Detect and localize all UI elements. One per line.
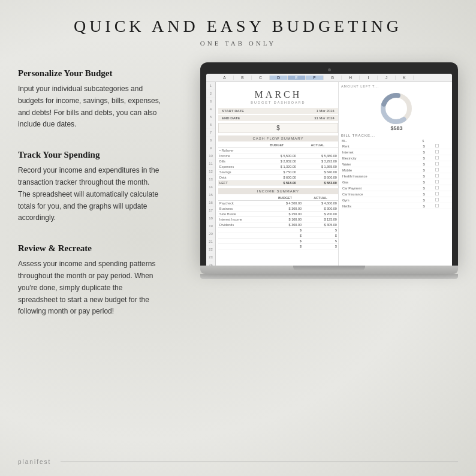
spreadsheet: A B C D E F G H I J K: [206, 74, 452, 266]
page: QUICK AND EASY BUDGETING ONE TAB ONLY Pe…: [0, 0, 476, 476]
table-row: $$: [218, 244, 338, 249]
bill-table-row: Netflix$: [341, 203, 452, 209]
col-f: F: [306, 76, 324, 80]
main-content: Personalize Your Budget Input your indiv…: [0, 50, 476, 337]
table-row: $$: [218, 239, 338, 244]
end-date-value: 31 Mar 2024: [314, 116, 335, 120]
sheet-content: 1 2 3 4 5 6 7 8 9 10: [206, 82, 452, 266]
bill-table-row: Car Payment$: [341, 185, 452, 191]
table-row: $$: [218, 233, 338, 239]
start-date-label: START DATE: [222, 109, 244, 113]
laptop-notch: [293, 266, 365, 270]
laptop-base: [200, 266, 458, 274]
row-numbers: 1 2 3 4 5 6 7 8 9 10: [206, 82, 216, 266]
col-g: G: [324, 76, 342, 80]
col-b: B: [234, 76, 252, 80]
col-c: C: [252, 76, 270, 80]
dashboard-right: AMOUNT LEFT T...: [339, 82, 452, 266]
table-row: LEFT$ 518.00$ 583.00: [218, 180, 338, 186]
dashboard-left: MARCH BUDGET DASHBOARD START DATE 1 Mar …: [216, 82, 339, 266]
bill-table-row: Gym$: [341, 197, 452, 203]
laptop-bezel: A B C D E F G H I J K: [200, 62, 458, 266]
income-section: INCOME SUMMARY BUDGET ACTUAL: [218, 188, 338, 249]
bill-table-row: Water$: [341, 161, 452, 167]
budget-dashboard: MARCH BUDGET DASHBOARD START DATE 1 Mar …: [216, 82, 452, 266]
feature-title-track: Track Your Spending: [18, 150, 162, 160]
footer-divider: [61, 462, 458, 462]
spreadsheet-month-title: MARCH: [218, 89, 338, 100]
spreadsheet-subtitle: BUDGET DASHBOARD: [218, 101, 338, 104]
feature-track: Track Your Spending Record your income a…: [18, 150, 162, 224]
laptop-container: A B C D E F G H I J K: [168, 62, 458, 337]
dollar-row: $: [218, 123, 338, 133]
end-date-label: END DATE: [222, 116, 240, 120]
laptop-stand: [200, 274, 458, 279]
header: QUICK AND EASY BUDGETING ONE TAB ONLY: [74, 17, 402, 47]
col-d: D: [270, 76, 288, 80]
bill-tracker-header: BILL TRACKE...: [341, 134, 452, 137]
table-row: $$: [218, 228, 338, 233]
bill-table: BI... $ Rent$Internet$Electricity$Water$…: [341, 138, 452, 209]
table-row: Expenses$ 1,320.00$ 1,365.00: [218, 164, 338, 170]
table-row: • Rollover: [218, 148, 338, 153]
amount-left-label: AMOUNT LEFT T...: [341, 85, 452, 88]
col-h: H: [342, 76, 360, 80]
bill-table-row: Health Insurance$: [341, 173, 452, 179]
col-headers: A B C D E F G H I J K: [206, 74, 452, 82]
donut-chart: [378, 91, 414, 126]
table-row: Interest Income$ 100.00$ 125.00: [218, 217, 338, 222]
bill-table-row: Electricity$: [341, 155, 452, 161]
col-a: A: [216, 76, 234, 80]
end-date-row: END DATE 31 Mar 2024: [218, 115, 338, 121]
laptop: A B C D E F G H I J K: [200, 62, 458, 279]
col-k: K: [396, 76, 414, 80]
table-row: Income$ 5,500.00$ 5,480.00: [218, 153, 338, 159]
table-row: Debt$ 600.00$ 600.00: [218, 175, 338, 180]
brand-name: planifest: [18, 459, 51, 465]
feature-text-track: Record your income and expenditures in t…: [18, 165, 162, 224]
bill-table-row: Mobile$: [341, 167, 452, 173]
col-e: E: [288, 76, 306, 80]
main-sheet-area: MARCH BUDGET DASHBOARD START DATE 1 Mar …: [216, 82, 452, 266]
bill-table-row: Gas$: [341, 179, 452, 185]
feature-title-review: Review & Recreate: [18, 243, 162, 254]
start-date-value: 1 Mar 2024: [317, 109, 335, 113]
feature-text-personalize: Input your individual subcategories and …: [18, 83, 162, 131]
bill-table-row: Internet$: [341, 149, 452, 155]
feature-review: Review & Recreate Assess your income and…: [18, 243, 162, 318]
col-i: I: [360, 76, 378, 80]
table-row: Bills$ 2,832.00$ 3,292.00: [218, 159, 338, 164]
laptop-camera: [328, 68, 331, 71]
feature-personalize: Personalize Your Budget Input your indiv…: [18, 68, 162, 131]
feature-text-review: Assess your income and spending patterns…: [18, 258, 162, 318]
bill-table-row: Rent$: [341, 143, 452, 149]
main-title: QUICK AND EASY BUDGETING: [74, 17, 402, 36]
laptop-screen: A B C D E F G H I J K: [206, 74, 452, 266]
cashflow-section-header: CASH FLOW SUMMARY: [218, 135, 338, 141]
table-row: Paycheck$ 4,500.00$ 4,600.00: [218, 201, 338, 206]
footer: planifest: [18, 459, 458, 465]
table-row: Business$ 300.00$ 300.00: [218, 206, 338, 212]
sub-title: ONE TAB ONLY: [74, 40, 402, 47]
feature-title-personalize: Personalize Your Budget: [18, 68, 162, 79]
income-table: BUDGET ACTUAL Paycheck$ 4,500.00$ 4,600.…: [218, 195, 338, 249]
table-row: Savings$ 750.00$ 640.00: [218, 170, 338, 175]
table-row: Dividends$ 300.00$ 305.00: [218, 222, 338, 228]
donut-svg: [378, 91, 414, 126]
start-date-row: START DATE 1 Mar 2024: [218, 108, 338, 114]
left-panel: Personalize Your Budget Input your indiv…: [18, 62, 162, 337]
col-j: J: [378, 76, 396, 80]
income-section-header: INCOME SUMMARY: [218, 188, 338, 194]
table-row: Side Hustle$ 250.00$ 200.00: [218, 212, 338, 217]
cashflow-table: BUDGET ACTUAL • Rollover Income$ 5,500.0…: [218, 143, 338, 186]
bill-table-row: Car Insurance$: [341, 191, 452, 197]
